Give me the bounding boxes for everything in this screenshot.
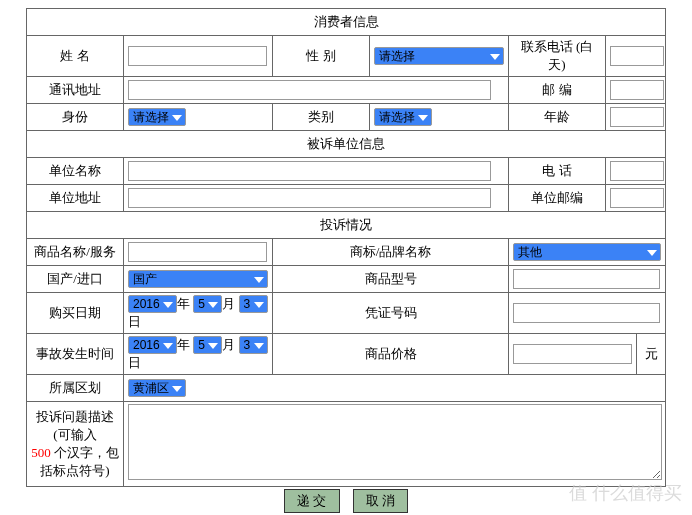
- name-input[interactable]: [128, 46, 267, 66]
- label-brand: 商标/品牌名称: [273, 239, 509, 266]
- brand-select[interactable]: 其他: [513, 243, 661, 261]
- acc-month-select[interactable]: 5: [193, 336, 222, 354]
- label-name: 姓 名: [27, 36, 124, 77]
- cancel-button[interactable]: 取 消: [353, 489, 409, 513]
- uzip-input[interactable]: [610, 188, 664, 208]
- label-uname: 单位名称: [27, 158, 124, 185]
- unit-month: 月: [222, 337, 235, 352]
- uaddr-input[interactable]: [128, 188, 491, 208]
- label-id: 身份: [27, 104, 124, 131]
- goods-input[interactable]: [128, 242, 267, 262]
- label-voucher: 凭证号码: [273, 293, 509, 334]
- label-origin: 国产/进口: [27, 266, 124, 293]
- unit-month: 月: [222, 296, 235, 311]
- label-accdate: 事故发生时间: [27, 334, 124, 375]
- label-zip: 邮 编: [509, 77, 606, 104]
- buy-year-select[interactable]: 2016: [128, 295, 177, 313]
- age-input[interactable]: [610, 107, 664, 127]
- label-goods: 商品名称/服务: [27, 239, 124, 266]
- unit-day: 日: [128, 314, 141, 329]
- sex-select[interactable]: 请选择: [374, 47, 504, 65]
- cat-select[interactable]: 请选择: [374, 108, 432, 126]
- form-table: 消费者信息 姓 名 性 别 请选择 联系电话 (白天) 通讯地址 邮 编 身份 …: [26, 8, 666, 515]
- label-phone: 联系电话 (白天): [509, 36, 606, 77]
- buy-month-select[interactable]: 5: [193, 295, 222, 313]
- uphone-input[interactable]: [610, 161, 664, 181]
- section-unit: 被诉单位信息: [27, 131, 666, 158]
- label-uaddr: 单位地址: [27, 185, 124, 212]
- id-select[interactable]: 请选择: [128, 108, 186, 126]
- section-complaint: 投诉情况: [27, 212, 666, 239]
- origin-select[interactable]: 国产: [128, 270, 268, 288]
- label-buydate: 购买日期: [27, 293, 124, 334]
- label-uzip: 单位邮编: [509, 185, 606, 212]
- section-consumer: 消费者信息: [27, 9, 666, 36]
- watermark: 值 什么值得买: [569, 481, 682, 505]
- uname-input[interactable]: [128, 161, 491, 181]
- label-cat: 类别: [273, 104, 370, 131]
- label-area: 所属区划: [27, 375, 124, 402]
- zip-input[interactable]: [610, 80, 664, 100]
- unit-year: 年: [177, 337, 190, 352]
- acc-day-select[interactable]: 3: [239, 336, 268, 354]
- label-desc: 投诉问题描述 (可输入 500 个汉字，包括标点符号): [27, 402, 124, 487]
- buy-day-select[interactable]: 3: [239, 295, 268, 313]
- area-select[interactable]: 黄浦区: [128, 379, 186, 397]
- label-uphone: 电 话: [509, 158, 606, 185]
- model-input[interactable]: [513, 269, 660, 289]
- label-sex: 性 别: [273, 36, 370, 77]
- unit-yuan: 元: [637, 334, 666, 375]
- phone-input[interactable]: [610, 46, 664, 66]
- label-price: 商品价格: [273, 334, 509, 375]
- price-input[interactable]: [513, 344, 632, 364]
- unit-year: 年: [177, 296, 190, 311]
- unit-day: 日: [128, 355, 141, 370]
- acc-year-select[interactable]: 2016: [128, 336, 177, 354]
- desc-textarea[interactable]: [128, 404, 662, 480]
- submit-button[interactable]: 递 交: [284, 489, 340, 513]
- voucher-input[interactable]: [513, 303, 660, 323]
- addr-input[interactable]: [128, 80, 491, 100]
- label-age: 年龄: [509, 104, 606, 131]
- label-addr: 通讯地址: [27, 77, 124, 104]
- label-model: 商品型号: [273, 266, 509, 293]
